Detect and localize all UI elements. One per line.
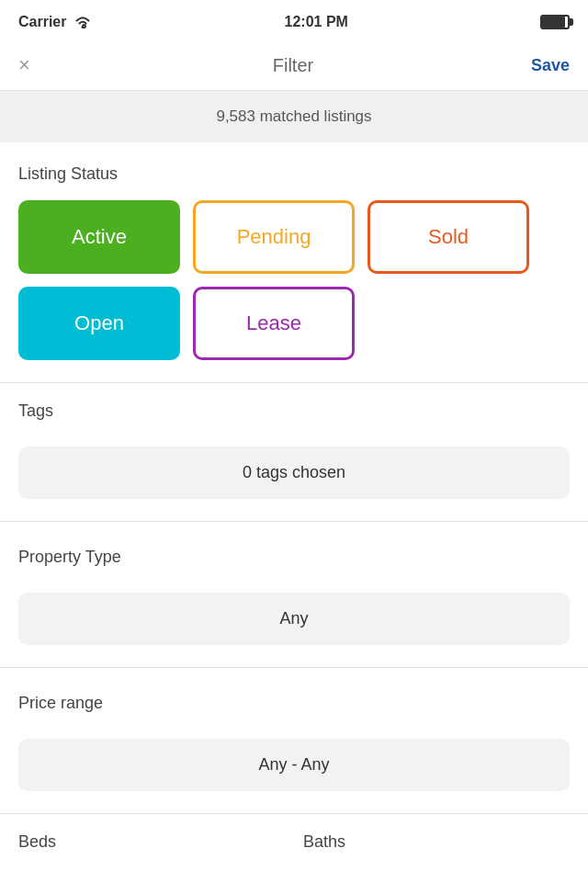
tags-selector-button[interactable]: 0 tags chosen (18, 447, 570, 499)
filter-header: × Filter Save (0, 40, 588, 91)
property-type-selector-button[interactable]: Any (18, 593, 570, 645)
beds-baths-row: Beds Baths (18, 832, 570, 852)
matched-listings-text: 9,583 matched listings (216, 107, 371, 125)
baths-col: Baths (303, 832, 570, 852)
price-range-selector-button[interactable]: Any - Any (18, 739, 570, 791)
price-range-section: Price range Any - Any (0, 668, 588, 813)
property-type-section: Property Type Any (0, 522, 588, 667)
time-display: 12:01 PM (285, 14, 348, 30)
status-buttons-grid: Active Pending Sold Open Lease (18, 200, 570, 360)
beds-col: Beds (18, 832, 285, 852)
beds-baths-section: Beds Baths (0, 814, 588, 852)
listing-status-section: Listing Status Active Pending Sold Open … (0, 142, 588, 360)
battery-icon (540, 15, 570, 29)
battery-display (540, 15, 570, 29)
carrier-wifi: Carrier (18, 14, 92, 30)
listing-status-title: Listing Status (18, 164, 570, 184)
svg-point-0 (82, 26, 85, 28)
save-button[interactable]: Save (531, 56, 570, 75)
status-btn-active[interactable]: Active (18, 200, 180, 274)
baths-title: Baths (303, 832, 570, 852)
tags-title: Tags (18, 401, 570, 421)
status-btn-sold[interactable]: Sold (368, 200, 529, 274)
wifi-icon (74, 16, 92, 28)
status-btn-open[interactable]: Open (18, 287, 180, 360)
header-title: Filter (273, 55, 313, 76)
status-btn-pending[interactable]: Pending (193, 200, 355, 274)
property-type-title: Property Type (18, 548, 570, 567)
matched-listings-banner: 9,583 matched listings (0, 91, 588, 142)
beds-title: Beds (18, 832, 285, 852)
status-btn-lease[interactable]: Lease (193, 287, 355, 360)
price-range-title: Price range (18, 694, 570, 713)
tags-section: Tags 0 tags chosen (0, 383, 588, 521)
close-button[interactable]: × (18, 53, 55, 77)
status-bar: Carrier 12:01 PM (0, 0, 588, 40)
carrier-label: Carrier (18, 14, 66, 30)
